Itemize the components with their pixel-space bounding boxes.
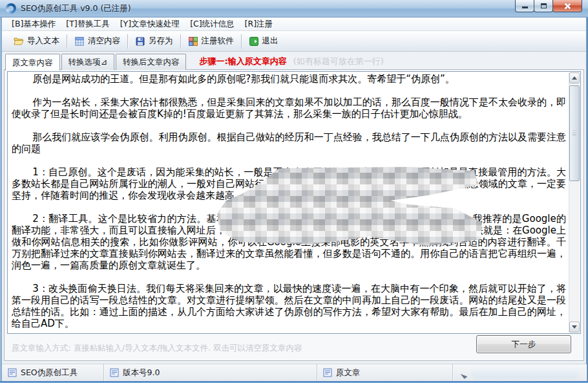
- title-bar[interactable]: SEO伪原创工具 v9.0 (已注册): [0, 0, 588, 17]
- menu-basic-operations[interactable]: [B]基本操作: [6, 17, 61, 31]
- status-panel-app: SEO伪原创工具: [2, 364, 104, 381]
- app-logo-icon: [6, 3, 16, 14]
- input-hint: 原文章输入方式: 直接粘贴输入/导入文本/拖入文本文件. 双击可以清空原文章内容: [12, 343, 302, 354]
- menu-register[interactable]: [R]注册: [240, 17, 278, 31]
- status-version-label: 版本号9.0: [123, 367, 160, 378]
- status-panel-source: 原文章: [317, 364, 453, 381]
- close-button[interactable]: [552, 0, 582, 12]
- app-window: SEO伪原创工具 v9.0 (已注册) [B]基本操作 [T]替换工具 [Y]文…: [0, 0, 588, 383]
- content-frame: 原创是网站成功的王道。但是那有如此多的原创呢?那我们就只能退而求其次。寄希望于“…: [4, 69, 584, 361]
- minimize-button[interactable]: [515, 0, 534, 12]
- article-paragraph: 3：改头换面偷天换日法。我们每天将采集回来的文章，以最快的速度读一遍，在大脑中有…: [12, 283, 566, 329]
- save-as-label: 另存为: [149, 36, 173, 47]
- article-paragraph: 那么我们就应该学会伪原创。利用伪原创。根据自己做站的经历和一丁点经验，我总结了一…: [12, 131, 566, 155]
- toolbar-separator: [241, 34, 242, 49]
- window-controls: [516, 0, 582, 12]
- register-software-button[interactable]: 注册软件: [183, 33, 239, 49]
- register-squares-icon: [188, 36, 198, 47]
- status-panel-extra: [453, 364, 586, 381]
- maximize-icon: [541, 3, 547, 8]
- status-bar: SEO伪原创工具 版本号9.0 原文章: [2, 364, 586, 381]
- import-text-label: 导入文本: [27, 36, 59, 47]
- scrollbar-thumb[interactable]: [569, 85, 580, 181]
- clear-content-button[interactable]: 清空内容: [69, 33, 125, 49]
- save-disk-icon: [135, 36, 145, 47]
- mouse-cursor: [461, 371, 468, 379]
- window-frame-left: [0, 17, 2, 383]
- open-folder-icon: [14, 36, 24, 47]
- maximize-button[interactable]: [534, 0, 553, 12]
- clear-content-label: 清空内容: [88, 36, 120, 47]
- tab-row: 原文章内容 转换选项⊿ 转换后文章内容 步骤一:输入原文章内容 (如有标题可放在…: [5, 54, 583, 70]
- status-panel-version: 版本号9.0: [104, 364, 317, 381]
- arrow-up-icon: [572, 76, 577, 80]
- status-app-label: SEO伪原创工具: [21, 367, 78, 378]
- tab-convert-options[interactable]: 转换选项⊿: [61, 54, 114, 70]
- status-doc-icon: [8, 368, 17, 377]
- window-title: SEO伪原创工具 v9.0 (已注册): [21, 3, 131, 14]
- step-instruction: 步骤一:输入原文章内容: [199, 56, 286, 67]
- import-text-button[interactable]: 导入文本: [8, 33, 65, 49]
- toolbar-separator: [127, 34, 128, 49]
- clear-grid-icon: [74, 36, 85, 47]
- article-paragraph: 原创是网站成功的王道。但是那有如此多的原创呢?那我们就只能退而求其次。寄希望于“…: [12, 73, 566, 85]
- save-as-button[interactable]: 另存为: [130, 33, 178, 49]
- exit-arrow-icon: [249, 36, 259, 47]
- menu-quick-process[interactable]: [Y]文章快速处理: [115, 17, 185, 31]
- scroll-down-button[interactable]: [569, 322, 580, 333]
- scroll-up-button[interactable]: [569, 72, 580, 83]
- register-software-label: 注册软件: [202, 36, 234, 47]
- next-step-button[interactable]: 下一步: [476, 335, 571, 353]
- minimize-icon: [522, 6, 528, 8]
- menu-statistics[interactable]: [C]统计信息: [185, 17, 239, 31]
- status-source-label: 原文章: [336, 367, 361, 378]
- toolbar-separator: [180, 34, 181, 49]
- step-note: (如有标题可放在第一行): [293, 56, 384, 67]
- status-doc-icon: [323, 368, 332, 377]
- menu-bar: [B]基本操作 [T]替换工具 [Y]文章快速处理 [C]统计信息 [R]注册: [2, 17, 586, 31]
- close-icon: [564, 3, 571, 10]
- censored-status-blob: [471, 366, 580, 379]
- arrow-down-icon: [572, 325, 577, 329]
- status-doc-icon: [110, 368, 119, 377]
- toolbar: 导入文本 清空内容 另存为 注册软件 退出: [2, 31, 586, 52]
- exit-label: 退出: [262, 36, 278, 47]
- vertical-scrollbar[interactable]: [569, 72, 580, 333]
- tab-converted-content[interactable]: 转换后文章内容: [116, 54, 187, 70]
- exit-button[interactable]: 退出: [244, 33, 284, 49]
- toolbar-separator: [67, 34, 67, 49]
- article-editor[interactable]: 原创是网站成功的王道。但是那有如此多的原创呢?那我们就只能退而求其次。寄希望于“…: [7, 71, 581, 334]
- article-paragraph: 作为一名站长，采集大家估计都很熟悉，但是采集回来的文章如果不加以加工的话，那么百…: [12, 96, 566, 120]
- menu-replace-tools[interactable]: [T]替换工具: [61, 17, 114, 31]
- tab-original-content[interactable]: 原文章内容: [5, 54, 60, 71]
